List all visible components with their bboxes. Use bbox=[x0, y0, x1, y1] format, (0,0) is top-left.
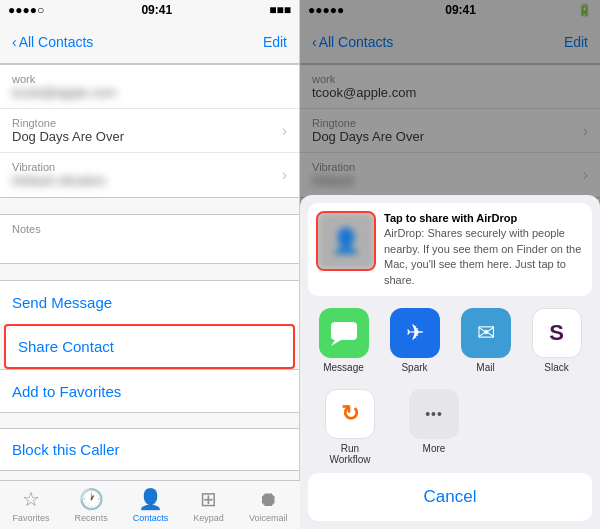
share-message[interactable]: Message bbox=[314, 308, 374, 373]
left-notes-label: Notes bbox=[12, 223, 287, 235]
left-value-work: tcook@apple.com bbox=[12, 85, 287, 100]
tab-keypad-label: Keypad bbox=[193, 513, 224, 523]
tab-recents-label: Recents bbox=[75, 513, 108, 523]
left-back-button[interactable]: ‹ All Contacts bbox=[12, 34, 93, 50]
more-label: More bbox=[423, 443, 446, 454]
right-panel: ●●●●● 09:41 🔋 ‹ All Contacts Edit work t… bbox=[300, 0, 600, 529]
airdrop-section: 👤 Tap to share with AirDrop AirDrop: Sha… bbox=[308, 203, 592, 296]
tab-favorites[interactable]: ☆ Favorites bbox=[13, 487, 50, 523]
block-caller-label: Block this Caller bbox=[12, 441, 120, 458]
tab-keypad[interactable]: ⊞ Keypad bbox=[193, 487, 224, 523]
left-tab-bar: ☆ Favorites 🕐 Recents 👤 Contacts ⊞ Keypa… bbox=[0, 480, 300, 529]
favorites-icon: ☆ bbox=[22, 487, 40, 511]
workflow-label: RunWorkflow bbox=[330, 443, 371, 465]
left-notes-section: Notes bbox=[0, 214, 299, 264]
workflow-icon: ↻ bbox=[325, 389, 375, 439]
left-panel: ●●●●○ 09:41 ■■■ ‹ All Contacts Edit work… bbox=[0, 0, 300, 529]
voicemail-icon: ⏺ bbox=[258, 488, 278, 511]
left-field-ringtone[interactable]: Ringtone Dog Days Are Over › bbox=[0, 109, 299, 153]
share-sheet-overlay[interactable]: 👤 Tap to share with AirDrop AirDrop: Sha… bbox=[300, 0, 600, 529]
message-label: Message bbox=[323, 362, 364, 373]
left-value-ringtone: Dog Days Are Over bbox=[12, 129, 124, 144]
chevron-right-icon: › bbox=[282, 122, 287, 140]
share-more[interactable]: ••• More bbox=[404, 389, 464, 465]
tab-contacts[interactable]: 👤 Contacts bbox=[133, 487, 169, 523]
share-contact-button[interactable]: Share Contact bbox=[4, 324, 295, 369]
share-spark[interactable]: ✈ Spark bbox=[385, 308, 445, 373]
left-field-vibration[interactable]: Vibration Default vibration › bbox=[0, 153, 299, 197]
share-mail[interactable]: ✉ Mail bbox=[456, 308, 516, 373]
spark-icon: ✈ bbox=[390, 308, 440, 358]
tab-favorites-label: Favorites bbox=[13, 513, 50, 523]
share-apps-row2: ↻ RunWorkflow ••• More bbox=[300, 377, 600, 469]
tab-contacts-label: Contacts bbox=[133, 513, 169, 523]
share-slack[interactable]: S Slack bbox=[527, 308, 587, 373]
tab-voicemail-label: Voicemail bbox=[249, 513, 288, 523]
left-nav-bar: ‹ All Contacts Edit bbox=[0, 20, 299, 64]
left-label-ringtone: Ringtone bbox=[12, 117, 124, 129]
left-back-label: All Contacts bbox=[19, 34, 94, 50]
left-field-work: work tcook@apple.com bbox=[0, 65, 299, 109]
left-status-bar: ●●●●○ 09:41 ■■■ bbox=[0, 0, 299, 20]
left-notes-content bbox=[12, 235, 287, 255]
slack-label: Slack bbox=[544, 362, 568, 373]
svg-rect-0 bbox=[331, 322, 357, 340]
tab-voicemail[interactable]: ⏺ Voicemail bbox=[249, 488, 288, 523]
share-sheet: 👤 Tap to share with AirDrop AirDrop: Sha… bbox=[300, 195, 600, 529]
mail-icon: ✉ bbox=[461, 308, 511, 358]
svg-marker-1 bbox=[331, 340, 341, 346]
left-edit-button[interactable]: Edit bbox=[263, 34, 287, 50]
left-carrier: ●●●●○ bbox=[8, 3, 44, 17]
cancel-button[interactable]: Cancel bbox=[308, 473, 592, 521]
share-apps-row1: Message ✈ Spark ✉ Mail S Slack bbox=[300, 296, 600, 377]
avatar-image: 👤 bbox=[318, 213, 374, 269]
left-label-work: work bbox=[12, 73, 287, 85]
contact-avatar: 👤 bbox=[316, 211, 376, 271]
airdrop-desc: AirDrop: Shares securely with people nea… bbox=[384, 227, 581, 285]
mail-label: Mail bbox=[476, 362, 494, 373]
left-actions: Send Message Share Contact Add to Favori… bbox=[0, 280, 299, 412]
spark-label: Spark bbox=[401, 362, 427, 373]
message-icon bbox=[319, 308, 369, 358]
recents-icon: 🕐 bbox=[79, 487, 104, 511]
slack-icon: S bbox=[532, 308, 582, 358]
tab-recents[interactable]: 🕐 Recents bbox=[75, 487, 108, 523]
left-contact-fields: work tcook@apple.com Ringtone Dog Days A… bbox=[0, 64, 299, 198]
keypad-icon: ⊞ bbox=[200, 487, 217, 511]
chevron-right-icon-2: › bbox=[282, 166, 287, 184]
block-caller-button[interactable]: Block this Caller bbox=[0, 428, 299, 471]
left-label-vibration: Vibration bbox=[12, 161, 106, 173]
airdrop-title: Tap to share with AirDrop bbox=[384, 212, 517, 224]
left-time: 09:41 bbox=[141, 3, 172, 17]
send-message-button[interactable]: Send Message bbox=[0, 280, 299, 324]
more-icon: ••• bbox=[409, 389, 459, 439]
cancel-label: Cancel bbox=[424, 487, 477, 506]
left-battery: ■■■ bbox=[269, 3, 291, 17]
add-to-favorites-button[interactable]: Add to Favorites bbox=[0, 369, 299, 413]
left-value-vibration: Default vibration bbox=[12, 173, 106, 188]
share-workflow[interactable]: ↻ RunWorkflow bbox=[320, 389, 380, 465]
chevron-left-icon: ‹ bbox=[12, 34, 17, 50]
airdrop-text: Tap to share with AirDrop AirDrop: Share… bbox=[384, 211, 584, 288]
contacts-icon: 👤 bbox=[138, 487, 163, 511]
